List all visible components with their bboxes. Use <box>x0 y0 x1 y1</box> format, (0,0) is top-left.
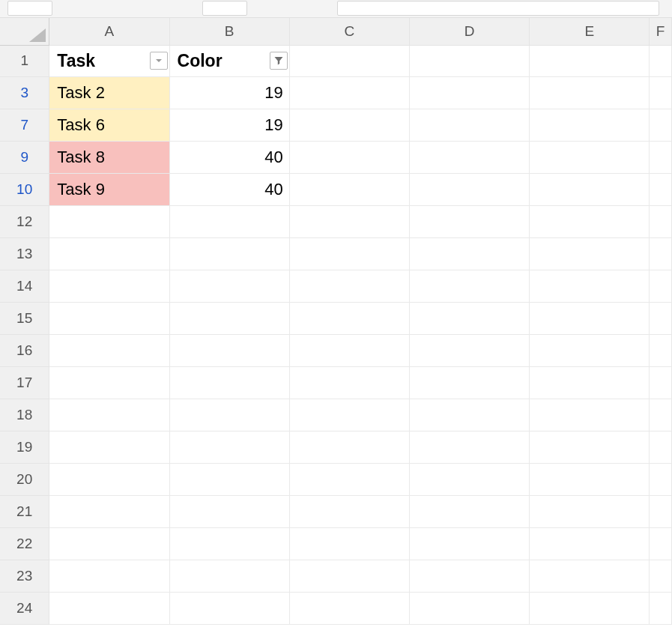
cell-empty[interactable] <box>530 302 650 334</box>
cell-empty[interactable] <box>409 334 529 366</box>
cell-empty[interactable] <box>409 270 529 302</box>
cell-empty[interactable] <box>289 205 409 237</box>
cell-empty[interactable] <box>409 527 529 560</box>
header-color[interactable]: Color <box>169 45 289 76</box>
cell-empty[interactable] <box>650 463 672 495</box>
cell-empty[interactable] <box>409 495 529 527</box>
cell-empty[interactable] <box>169 205 289 237</box>
cell-color[interactable]: 19 <box>169 76 289 109</box>
cell-task[interactable]: Task 8 <box>49 141 169 173</box>
row-header-21[interactable]: 21 <box>0 495 49 527</box>
cell-empty[interactable] <box>650 109 672 141</box>
cell-task[interactable]: Task 2 <box>49 76 169 109</box>
cell-empty[interactable] <box>49 463 169 495</box>
cell-empty[interactable] <box>409 399 529 431</box>
col-header-D[interactable]: D <box>409 18 529 45</box>
cell-empty[interactable] <box>49 527 169 560</box>
cell-empty[interactable] <box>530 527 650 560</box>
cell-empty[interactable] <box>169 302 289 334</box>
row-header-13[interactable]: 13 <box>0 237 49 270</box>
filter-button-color[interactable] <box>270 52 288 70</box>
cell-empty[interactable] <box>650 45 672 76</box>
col-header-A[interactable]: A <box>49 18 169 45</box>
cell-empty[interactable] <box>289 495 409 527</box>
cell-empty[interactable] <box>169 334 289 366</box>
cell-empty[interactable] <box>409 45 529 76</box>
cell-empty[interactable] <box>530 45 650 76</box>
row-header-19[interactable]: 19 <box>0 431 49 463</box>
cell-empty[interactable] <box>289 560 409 592</box>
col-header-C[interactable]: C <box>289 18 409 45</box>
cell-empty[interactable] <box>289 527 409 560</box>
row-header-10[interactable]: 10 <box>0 173 49 205</box>
row-header-12[interactable]: 12 <box>0 205 49 237</box>
cell-empty[interactable] <box>530 592 650 624</box>
cell-empty[interactable] <box>650 431 672 463</box>
cell-empty[interactable] <box>530 560 650 592</box>
cell-empty[interactable] <box>650 173 672 205</box>
cell-empty[interactable] <box>169 527 289 560</box>
cell-empty[interactable] <box>49 592 169 624</box>
cell-empty[interactable] <box>409 431 529 463</box>
cell-empty[interactable] <box>289 366 409 399</box>
cell-empty[interactable] <box>650 592 672 624</box>
cell-empty[interactable] <box>49 366 169 399</box>
cell-empty[interactable] <box>169 237 289 270</box>
cell-empty[interactable] <box>289 399 409 431</box>
cell-empty[interactable] <box>169 463 289 495</box>
cell-empty[interactable] <box>409 173 529 205</box>
cell-empty[interactable] <box>169 270 289 302</box>
cell-empty[interactable] <box>530 76 650 109</box>
cell-empty[interactable] <box>49 302 169 334</box>
cell-empty[interactable] <box>49 560 169 592</box>
cell-empty[interactable] <box>409 463 529 495</box>
cell-empty[interactable] <box>49 270 169 302</box>
col-header-B[interactable]: B <box>169 18 289 45</box>
cell-empty[interactable] <box>169 366 289 399</box>
select-all-corner[interactable] <box>0 18 49 45</box>
row-header-20[interactable]: 20 <box>0 463 49 495</box>
cell-empty[interactable] <box>409 205 529 237</box>
row-header-16[interactable]: 16 <box>0 334 49 366</box>
cell-empty[interactable] <box>530 109 650 141</box>
cell-empty[interactable] <box>169 560 289 592</box>
row-header-1[interactable]: 1 <box>0 45 49 76</box>
row-header-15[interactable]: 15 <box>0 302 49 334</box>
cell-empty[interactable] <box>409 237 529 270</box>
cell-empty[interactable] <box>530 141 650 173</box>
row-header-22[interactable]: 22 <box>0 527 49 560</box>
cell-empty[interactable] <box>289 141 409 173</box>
cell-empty[interactable] <box>49 399 169 431</box>
cell-empty[interactable] <box>530 237 650 270</box>
row-header-17[interactable]: 17 <box>0 366 49 399</box>
col-header-F[interactable]: F <box>650 18 672 45</box>
cell-empty[interactable] <box>650 366 672 399</box>
col-header-E[interactable]: E <box>530 18 650 45</box>
cell-empty[interactable] <box>409 141 529 173</box>
cell-color[interactable]: 19 <box>169 109 289 141</box>
cell-empty[interactable] <box>650 495 672 527</box>
row-header-23[interactable]: 23 <box>0 560 49 592</box>
cell-empty[interactable] <box>289 270 409 302</box>
cell-empty[interactable] <box>650 237 672 270</box>
row-header-9[interactable]: 9 <box>0 141 49 173</box>
cell-empty[interactable] <box>650 76 672 109</box>
cell-empty[interactable] <box>289 109 409 141</box>
cell-empty[interactable] <box>530 334 650 366</box>
cell-empty[interactable] <box>650 302 672 334</box>
filter-button-task[interactable] <box>150 52 168 70</box>
cell-color[interactable]: 40 <box>169 141 289 173</box>
cell-empty[interactable] <box>409 366 529 399</box>
row-header-3[interactable]: 3 <box>0 76 49 109</box>
cell-color[interactable]: 40 <box>169 173 289 205</box>
cell-empty[interactable] <box>650 527 672 560</box>
cell-empty[interactable] <box>530 431 650 463</box>
cell-empty[interactable] <box>650 205 672 237</box>
cell-empty[interactable] <box>530 205 650 237</box>
cell-empty[interactable] <box>289 76 409 109</box>
row-header-18[interactable]: 18 <box>0 399 49 431</box>
cell-empty[interactable] <box>169 431 289 463</box>
cell-empty[interactable] <box>409 302 529 334</box>
cell-empty[interactable] <box>289 173 409 205</box>
cell-empty[interactable] <box>169 399 289 431</box>
